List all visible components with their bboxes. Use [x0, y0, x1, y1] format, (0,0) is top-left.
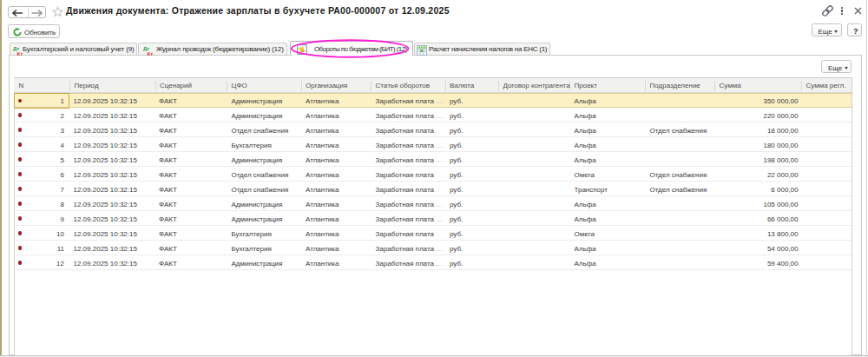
svg-text:Кт: Кт — [147, 50, 153, 56]
